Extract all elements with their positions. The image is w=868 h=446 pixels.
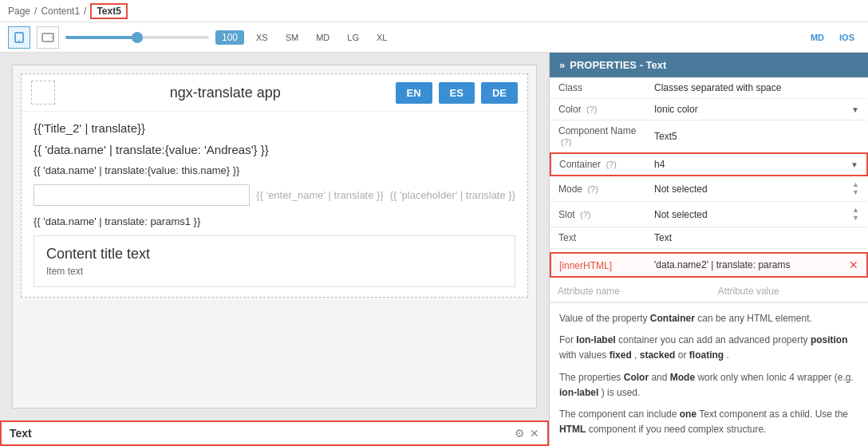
info-p3-pre: The properties <box>559 372 624 383</box>
main-area: ngx-translate app EN ES DE {{'Title_2' |… <box>0 53 868 446</box>
properties-panel: » PROPERTIES - Text Class Classes separa… <box>549 53 868 446</box>
settings-icon[interactable]: ⚙ <box>515 427 525 440</box>
info-p1: Value of the property Container can be a… <box>559 311 858 326</box>
info-p2-end: . <box>726 349 728 361</box>
info-p4-end: component if you need complex structure. <box>589 424 767 435</box>
bottom-text-label: Text <box>10 427 32 440</box>
input-placeholder-text: {{ 'enter_name' | translate }} <box>256 189 383 201</box>
innerhtml-row: [innerHTML] 'data.name2' | translate: pa… <box>550 253 867 277</box>
info-p4-bold1: one <box>680 409 696 420</box>
info-p4: The component can include one Text compo… <box>559 407 858 437</box>
bp-sm[interactable]: SM <box>280 30 305 45</box>
slot-spinner[interactable]: ▲▼ <box>852 207 859 222</box>
compname-help: (?) <box>561 137 571 147</box>
input-placeholder2-text: {{ 'placeholder' | translate }} <box>390 189 515 201</box>
panel-header: » PROPERTIES - Text <box>550 53 868 77</box>
info-p1-post: can be any HTML element. <box>697 313 812 324</box>
input-row: {{ 'enter_name' | translate }} {{ 'place… <box>34 184 515 206</box>
info-p2-bold1: Ion-label <box>576 334 615 345</box>
info-section: Value of the property Container can be a… <box>550 302 868 446</box>
info-p3-bold3: ion-label <box>559 387 598 398</box>
prop-label-mode: Mode (?) <box>550 176 646 202</box>
content-card: Content title text Item text <box>34 235 515 287</box>
mode-help: (?) <box>587 184 598 194</box>
container-help: (?) <box>606 160 616 169</box>
attr-name-label: Attribute name <box>550 281 710 302</box>
info-p2-pre: For <box>559 334 576 345</box>
innerhtml-close-btn[interactable]: ✕ <box>849 259 858 271</box>
svg-point-1 <box>18 40 20 41</box>
breadcrumb-sep2: / <box>84 6 86 17</box>
lang-es-btn[interactable]: ES <box>439 82 475 104</box>
info-p2-bold5: floating <box>689 349 724 361</box>
tablet-view-btn[interactable] <box>37 26 59 49</box>
innerhtml-table: [innerHTML] 'data.name2' | translate: pa… <box>550 252 868 278</box>
prop-row-container: Container (?) h4 ▼ <box>550 153 867 176</box>
bp-md-right[interactable]: MD <box>805 30 830 45</box>
prop-value-container[interactable]: h4 ▼ <box>646 153 867 176</box>
info-p3-bold2: Mode <box>670 372 695 383</box>
innerhtml-label: [innerHTML] <box>559 260 612 271</box>
close-icon[interactable]: ✕ <box>530 427 539 440</box>
info-p2-post-pre: with values <box>559 349 610 361</box>
zoom-value: 100 <box>215 30 244 45</box>
info-p3-end: ) is used. <box>602 387 641 398</box>
breadcrumb-sep1: / <box>34 6 37 17</box>
lang-en-btn[interactable]: EN <box>396 82 432 104</box>
attr-table: Attribute name Attribute value <box>550 281 868 302</box>
enter-name-input[interactable] <box>34 184 250 206</box>
prop-label-slot: Slot (?) <box>550 202 646 227</box>
info-p4-mid: Text component as a child. Use the <box>699 409 848 420</box>
attr-value-label: Attribute value <box>710 281 868 302</box>
prop-value-mode: Not selected ▲▼ <box>646 176 867 202</box>
canvas-area: ngx-translate app EN ES DE {{'Title_2' |… <box>0 53 549 446</box>
container-dropdown-arrow[interactable]: ▼ <box>850 160 858 169</box>
prop-label-class: Class <box>550 77 646 99</box>
canvas-inner: ngx-translate app EN ES DE {{'Title_2' |… <box>12 65 537 409</box>
info-p4-pre: The component can include <box>559 409 680 420</box>
breadcrumb-active: Text5 <box>90 3 127 19</box>
card-title: Content title text <box>46 246 503 262</box>
color-help: (?) <box>586 105 597 114</box>
app-logo <box>31 81 55 105</box>
app-content: {{'Title_2' | translate}} {{ 'data.name'… <box>22 112 527 297</box>
svg-point-3 <box>51 37 53 38</box>
card-sub: Item text <box>46 266 503 277</box>
panel-chevron[interactable]: » <box>559 59 565 71</box>
toolbar: 100 XS SM MD LG XL MD IOS <box>0 22 868 53</box>
bp-md[interactable]: MD <box>310 30 335 45</box>
breadcrumb-content[interactable]: Content1 <box>41 6 80 17</box>
prop-label-container: Container (?) <box>550 153 646 176</box>
bp-xs[interactable]: XS <box>251 30 274 45</box>
info-p2-mid: container you can add an advanced proper… <box>618 334 811 345</box>
mobile-view-btn[interactable] <box>8 26 30 49</box>
innerhtml-value-cell: 'data.name2' | translate: params ✕ <box>654 259 858 271</box>
lang-de-btn[interactable]: DE <box>481 82 518 104</box>
bp-lg[interactable]: LG <box>341 30 365 45</box>
info-p3-bold1: Color <box>624 372 649 383</box>
breadcrumb-bar: Page / Content1 / Text5 <box>0 0 868 22</box>
app-header: ngx-translate app EN ES DE <box>22 74 527 112</box>
zoom-slider[interactable] <box>65 36 209 39</box>
breadcrumb-page[interactable]: Page <box>8 6 30 17</box>
innerhtml-text[interactable]: 'data.name2' | translate: params <box>654 259 790 270</box>
app-frame: ngx-translate app EN ES DE {{'Title_2' |… <box>21 73 528 298</box>
translate-line4: {{ 'data.name' | translate: params1 }} <box>34 215 515 227</box>
prop-row-text: Text Text <box>550 227 867 249</box>
mode-spinner[interactable]: ▲▼ <box>852 181 859 196</box>
bottom-icon-row: ⚙ ✕ <box>515 427 539 440</box>
bp-ios[interactable]: IOS <box>834 30 860 45</box>
attr-row: Attribute name Attribute value <box>550 281 868 302</box>
mobile-icon <box>14 32 25 43</box>
color-dropdown-arrow[interactable]: ▼ <box>851 105 859 114</box>
info-p3: The properties Color and Mode work only … <box>559 370 858 401</box>
prop-value-color[interactable]: Ionic color ▼ <box>646 99 867 120</box>
props-table: Class Classes separated with space Color… <box>550 77 868 249</box>
info-p2-bold2: position <box>811 334 848 345</box>
bp-xl[interactable]: XL <box>371 30 393 45</box>
prop-label-compname: Component Name (?) <box>550 120 646 154</box>
info-p2-bold4: stacked <box>640 349 676 361</box>
prop-value-slot: Not selected ▲▼ <box>646 202 867 227</box>
prop-label-text: Text <box>550 227 646 249</box>
prop-row-color: Color (?) Ionic color ▼ <box>550 99 867 120</box>
